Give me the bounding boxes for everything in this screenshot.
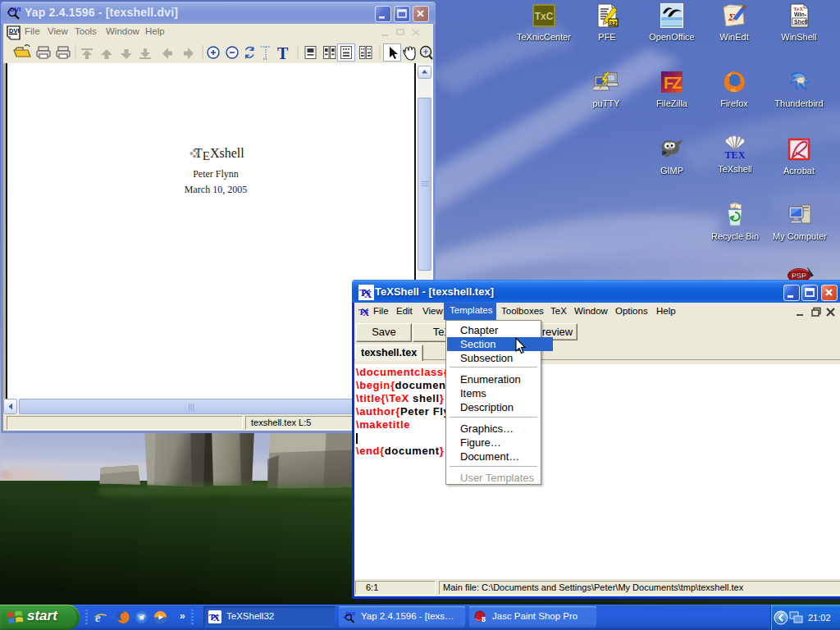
svg-text:TEX: TEX (724, 149, 745, 161)
svg-text:T: T (277, 44, 289, 62)
svg-text:PSP: PSP (792, 272, 806, 280)
svg-text:FZ: FZ (664, 74, 682, 92)
svg-text:8: 8 (482, 615, 486, 623)
svg-text:X: X (213, 613, 220, 623)
svg-text:32: 32 (609, 20, 617, 27)
svg-text:Shell: Shell (794, 19, 808, 25)
svg-text:X: X (364, 288, 372, 300)
svg-text:e: e (95, 611, 101, 624)
svg-text:Win-: Win- (794, 11, 807, 17)
svg-text:DVI: DVI (9, 27, 20, 34)
svg-text:X: X (363, 308, 369, 317)
svg-text:TxC: TxC (535, 11, 554, 22)
